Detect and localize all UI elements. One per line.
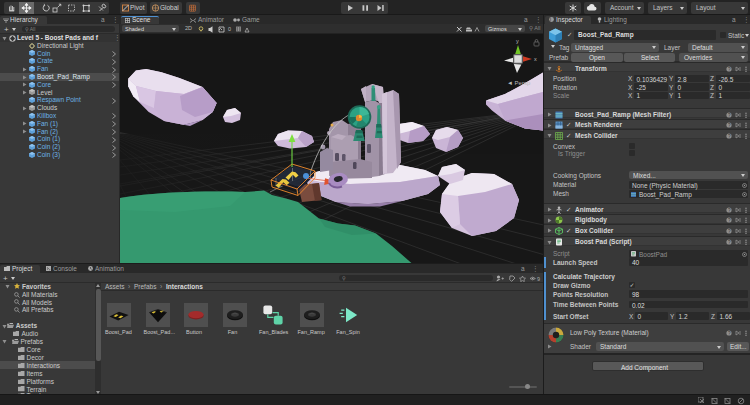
svg-text:i: i bbox=[550, 17, 551, 22]
svg-text:9: 9 bbox=[537, 275, 540, 281]
svg-text:?: ? bbox=[728, 66, 731, 71]
svg-text:?: ? bbox=[728, 218, 731, 223]
svg-text:?: ? bbox=[728, 123, 731, 128]
svg-text:0: 0 bbox=[228, 26, 231, 32]
svg-text:?: ? bbox=[728, 112, 731, 117]
svg-text:?: ? bbox=[728, 228, 731, 233]
svg-text:?: ? bbox=[728, 331, 731, 336]
svg-text:y: y bbox=[516, 38, 519, 44]
svg-text:?: ? bbox=[728, 133, 731, 138]
svg-text:x: x bbox=[534, 56, 537, 62]
svg-text:?: ? bbox=[728, 207, 731, 212]
svg-text:?: ? bbox=[728, 240, 731, 245]
svg-text:◄ Persp: ◄ Persp bbox=[507, 80, 531, 86]
